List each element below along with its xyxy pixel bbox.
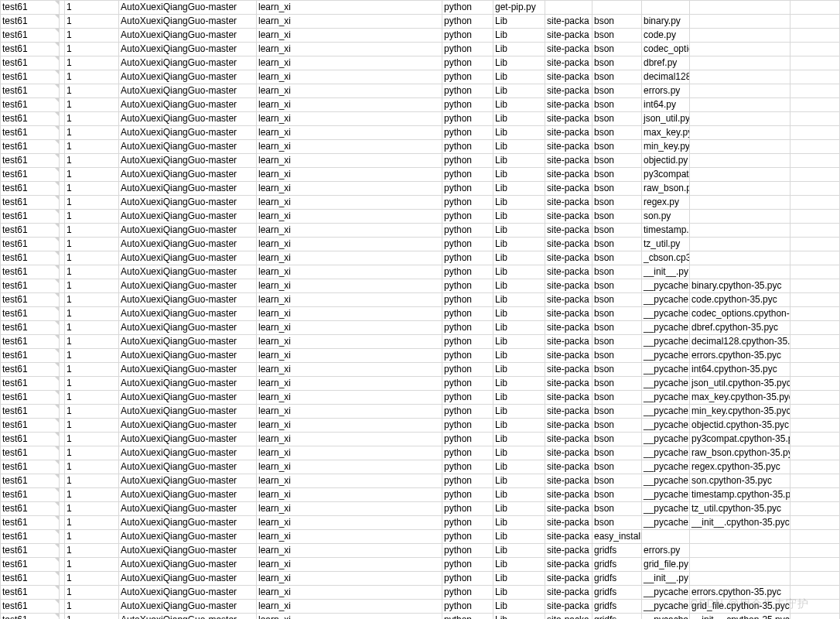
cell[interactable]	[690, 84, 790, 98]
cell[interactable]: site-packa	[545, 307, 592, 321]
cell[interactable]	[790, 488, 840, 502]
cell[interactable]: test61	[1, 391, 60, 405]
cell[interactable]: easy_install.py	[592, 530, 642, 544]
cell[interactable]: Lib	[493, 70, 545, 84]
cell[interactable]: __pycache	[642, 419, 690, 433]
cell[interactable]: code.cpython-35.pyc	[690, 293, 790, 307]
cell[interactable]: test61	[1, 1, 60, 15]
cell[interactable]: python	[442, 307, 493, 321]
cell[interactable]: test61	[1, 126, 60, 140]
cell[interactable]: learn_xi	[257, 516, 442, 530]
cell[interactable]: test61	[1, 56, 60, 70]
cell[interactable]: python	[442, 126, 493, 140]
cell[interactable]: 1	[65, 196, 119, 210]
cell[interactable]	[790, 279, 840, 293]
cell[interactable]: AutoXuexiQiangGuo-master	[119, 84, 257, 98]
cell[interactable]: python	[442, 558, 493, 572]
cell[interactable]: __pycache	[642, 377, 690, 391]
cell[interactable]: raw_bson.py	[642, 182, 690, 196]
cell[interactable]: python	[442, 265, 493, 279]
cell[interactable]	[60, 112, 65, 126]
cell[interactable]: bson	[592, 15, 642, 29]
cell[interactable]	[592, 1, 642, 15]
cell[interactable]: learn_xi	[257, 1, 442, 15]
cell[interactable]: test61	[1, 98, 60, 112]
cell[interactable]	[690, 572, 790, 586]
cell[interactable]: bson	[592, 238, 642, 251]
cell[interactable]: python	[442, 168, 493, 182]
cell[interactable]: AutoXuexiQiangGuo-master	[119, 321, 257, 335]
cell[interactable]	[790, 572, 840, 586]
cell[interactable]: 1	[65, 614, 119, 620]
cell[interactable]: codec_options.cpython-35.pyc	[690, 307, 790, 321]
cell[interactable]: dbref.py	[642, 56, 690, 70]
cell[interactable]: py3compat.py	[642, 168, 690, 182]
cell[interactable]: site-packa	[545, 321, 592, 335]
cell[interactable]	[690, 56, 790, 70]
cell[interactable]	[60, 321, 65, 335]
cell[interactable]: test61	[1, 140, 60, 154]
cell[interactable]: learn_xi	[257, 502, 442, 516]
cell[interactable]	[790, 530, 840, 544]
cell[interactable]: bson	[592, 321, 642, 335]
cell[interactable]: AutoXuexiQiangGuo-master	[119, 43, 257, 56]
cell[interactable]: learn_xi	[257, 433, 442, 446]
cell[interactable]: bson	[592, 419, 642, 433]
table-row[interactable]: test611AutoXuexiQiangGuo-masterlearn_xip…	[1, 1, 840, 15]
cell[interactable]: python	[442, 182, 493, 196]
table-row[interactable]: test611AutoXuexiQiangGuo-masterlearn_xip…	[1, 56, 840, 70]
cell[interactable]	[690, 112, 790, 126]
cell[interactable]: timestamp.py	[642, 224, 690, 238]
cell[interactable]: learn_xi	[257, 15, 442, 29]
cell[interactable]: regex.py	[642, 196, 690, 210]
cell[interactable]: learn_xi	[257, 405, 442, 419]
cell[interactable]	[60, 516, 65, 530]
cell[interactable]: bson	[592, 349, 642, 363]
cell[interactable]: grid_file.cpython-35.pyc	[690, 600, 790, 614]
cell[interactable]: Lib	[493, 43, 545, 56]
cell[interactable]	[690, 238, 790, 251]
cell[interactable]: AutoXuexiQiangGuo-master	[119, 238, 257, 251]
cell[interactable]	[690, 126, 790, 140]
cell[interactable]: max_key.py	[642, 126, 690, 140]
cell[interactable]	[642, 1, 690, 15]
table-row[interactable]: test611AutoXuexiQiangGuo-masterlearn_xip…	[1, 335, 840, 349]
cell[interactable]	[60, 335, 65, 349]
cell[interactable]: site-packa	[545, 98, 592, 112]
cell[interactable]: python	[442, 238, 493, 251]
cell[interactable]: site-packa	[545, 196, 592, 210]
cell[interactable]: site-packa	[545, 210, 592, 224]
cell[interactable]: python	[442, 70, 493, 84]
cell[interactable]: learn_xi	[257, 419, 442, 433]
cell[interactable]: test61	[1, 586, 60, 600]
cell[interactable]: __init__.py	[642, 265, 690, 279]
cell[interactable]: python	[442, 210, 493, 224]
cell[interactable]: python	[442, 488, 493, 502]
cell[interactable]: learn_xi	[257, 530, 442, 544]
cell[interactable]: 1	[65, 391, 119, 405]
cell[interactable]: 1	[65, 335, 119, 349]
cell[interactable]: bson	[592, 516, 642, 530]
cell[interactable]	[60, 433, 65, 446]
cell[interactable]: Lib	[493, 154, 545, 168]
table-row[interactable]: test611AutoXuexiQiangGuo-masterlearn_xip…	[1, 224, 840, 238]
table-row[interactable]: test611AutoXuexiQiangGuo-masterlearn_xip…	[1, 600, 840, 614]
cell[interactable]: Lib	[493, 140, 545, 154]
table-row[interactable]: test611AutoXuexiQiangGuo-masterlearn_xip…	[1, 405, 840, 419]
cell[interactable]	[60, 391, 65, 405]
cell[interactable]: __pycache	[642, 614, 690, 620]
cell[interactable]: 1	[65, 377, 119, 391]
cell[interactable]: learn_xi	[257, 84, 442, 98]
cell[interactable]	[60, 126, 65, 140]
cell[interactable]: Lib	[493, 196, 545, 210]
cell[interactable]: site-packa	[545, 154, 592, 168]
cell[interactable]: test61	[1, 502, 60, 516]
cell[interactable]: test61	[1, 182, 60, 196]
cell[interactable]: int64.cpython-35.pyc	[690, 363, 790, 377]
cell[interactable]: Lib	[493, 29, 545, 43]
table-row[interactable]: test611AutoXuexiQiangGuo-masterlearn_xip…	[1, 182, 840, 196]
cell[interactable]: python	[442, 530, 493, 544]
cell[interactable]: AutoXuexiQiangGuo-master	[119, 544, 257, 558]
table-row[interactable]: test611AutoXuexiQiangGuo-masterlearn_xip…	[1, 279, 840, 293]
table-row[interactable]: test611AutoXuexiQiangGuo-masterlearn_xip…	[1, 154, 840, 168]
